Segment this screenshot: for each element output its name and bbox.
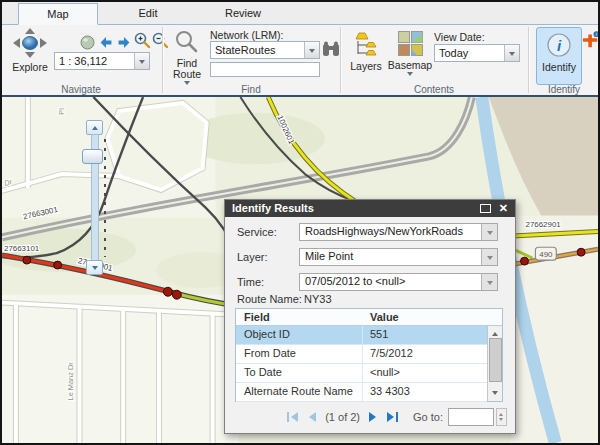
- tab-review[interactable]: Review: [198, 3, 288, 23]
- zoom-slider-ticks: [104, 139, 106, 257]
- cell-value: <null>: [370, 366, 400, 378]
- scroll-up-icon[interactable]: [492, 329, 498, 336]
- time-dropdown-arrow[interactable]: [481, 274, 497, 290]
- spinner-up-icon: [499, 411, 503, 416]
- view-date-value: Today: [435, 47, 504, 59]
- globe-icon: [80, 35, 95, 50]
- route-shield-number: 490: [539, 250, 553, 259]
- dialog-titlebar[interactable]: Identify Results ✕: [225, 200, 515, 217]
- route-name-label: Route Name:: [237, 293, 302, 305]
- map-viewport[interactable]: 490 27663001 27663101 27125001 27662901 …: [2, 95, 598, 445]
- view-date-combo[interactable]: Today: [434, 44, 520, 62]
- service-dropdown-arrow[interactable]: [481, 224, 497, 240]
- binoculars-icon: [322, 41, 340, 57]
- service-label: Service:: [237, 226, 277, 238]
- cell-field: From Date: [244, 347, 296, 359]
- goto-label: Go to:: [413, 411, 443, 423]
- table-row[interactable]: To Date <null>: [236, 364, 487, 383]
- basemap-label: Basemap: [386, 60, 434, 71]
- ribbon-tab-bar: Map Edit Review: [2, 2, 598, 25]
- goto-page-input[interactable]: [448, 408, 494, 426]
- pagination-bar: (1 of 2) Go to:: [225, 407, 507, 427]
- network-lrm-value: StateRoutes: [211, 44, 304, 56]
- table-row[interactable]: From Date 7/5/2012: [236, 345, 487, 364]
- network-lrm-combo[interactable]: StateRoutes: [210, 41, 320, 59]
- maximize-icon[interactable]: [480, 204, 491, 213]
- scrollbar-thumb[interactable]: [489, 338, 502, 382]
- application-window: Map Edit Review Explore: [0, 0, 600, 445]
- cell-field: To Date: [244, 366, 282, 378]
- last-page-button[interactable]: [386, 411, 399, 423]
- map-scale-dropdown-arrow[interactable]: [134, 53, 149, 69]
- value-column-header[interactable]: Value: [370, 311, 399, 323]
- map-scale-value: 1 : 36,112: [55, 55, 134, 67]
- route-id-label: 27663101: [4, 244, 40, 253]
- identify-group-label: Identify: [530, 84, 598, 95]
- next-extent-button[interactable]: [115, 33, 133, 51]
- basemap-tiles-icon: [398, 31, 423, 56]
- navigate-group-label: Navigate: [2, 84, 160, 95]
- full-extent-button[interactable]: [78, 33, 96, 51]
- layer-label: Layer:: [237, 251, 268, 263]
- dialog-title: Identify Results: [232, 202, 314, 214]
- layer-dropdown-arrow[interactable]: [481, 249, 497, 265]
- table-row[interactable]: Object ID 551: [236, 326, 487, 345]
- time-combo[interactable]: 07/05/2012 to <null>: [299, 273, 498, 291]
- cell-value: 7/5/2012: [370, 347, 413, 359]
- up-triangle-icon: [92, 123, 98, 130]
- tab-map[interactable]: Map: [18, 3, 98, 25]
- zoom-slider-up-button[interactable]: [86, 120, 103, 135]
- route-name-value: NY33: [304, 293, 332, 305]
- first-page-button[interactable]: [286, 411, 299, 423]
- basemap-button[interactable]: Basemap: [386, 31, 434, 79]
- goto-spinner[interactable]: [496, 408, 507, 426]
- scroll-down-icon[interactable]: [492, 391, 498, 398]
- ribbon: Explore: [2, 25, 598, 95]
- view-date-label: View Date:: [434, 31, 485, 43]
- find-group-label: Find: [164, 84, 338, 95]
- layers-button[interactable]: Layers: [348, 31, 384, 72]
- attributes-table: Field Value Object ID 551 From Date 7/5/…: [235, 308, 503, 402]
- previous-page-button[interactable]: [307, 411, 317, 423]
- layers-label: Layers: [348, 61, 384, 72]
- network-lrm-label: Network (LRM):: [210, 29, 284, 41]
- layers-toc-icon: [354, 31, 378, 57]
- previous-extent-button[interactable]: [97, 33, 115, 51]
- identify-button[interactable]: i Identify: [536, 27, 582, 85]
- cell-value: 33 4303: [370, 385, 410, 397]
- identify-route-button[interactable]: i: [582, 31, 600, 53]
- next-page-button[interactable]: [368, 411, 378, 423]
- search-routes-button[interactable]: [322, 40, 340, 58]
- explore-button[interactable]: Explore: [8, 28, 52, 73]
- identify-results-dialog: Identify Results ✕ Service: RoadsHighway…: [224, 199, 516, 434]
- explore-label: Explore: [8, 62, 52, 73]
- route-id-label: 27662901: [525, 221, 561, 230]
- find-route-button[interactable]: Find Route: [166, 30, 208, 88]
- basemap-dropdown-caret: [407, 72, 413, 79]
- cell-field: Alternate Route Name: [244, 385, 353, 397]
- contents-group-label: Contents: [342, 84, 526, 95]
- close-icon[interactable]: ✕: [499, 201, 508, 216]
- time-label: Time:: [237, 276, 264, 288]
- back-arrow-icon: [99, 36, 113, 49]
- map-scale-combo[interactable]: 1 : 36,112: [54, 52, 150, 70]
- identify-label: Identify: [537, 62, 581, 73]
- network-lrm-dropdown-arrow[interactable]: [304, 42, 319, 58]
- ribbon-group-find: Find Route Network (LRM): StateRoutes F: [164, 25, 338, 95]
- table-row[interactable]: Alternate Route Name 33 4303: [236, 383, 487, 402]
- service-combo[interactable]: RoadsHighways/NewYorkRoads: [299, 223, 498, 241]
- time-value: 07/05/2012 to <null>: [300, 274, 481, 290]
- zoom-slider-handle[interactable]: [82, 149, 103, 164]
- view-date-dropdown-arrow[interactable]: [504, 45, 519, 61]
- down-triangle-icon: [92, 266, 98, 273]
- field-column-header[interactable]: Field: [244, 311, 270, 323]
- route-search-input[interactable]: [210, 62, 320, 77]
- street-name-label: Pl: [57, 108, 66, 115]
- cell-value: 551: [370, 328, 388, 340]
- zoom-slider-down-button[interactable]: [86, 260, 103, 275]
- table-scrollbar[interactable]: [487, 326, 502, 401]
- layer-combo[interactable]: Mile Point: [299, 248, 498, 266]
- tab-edit[interactable]: Edit: [106, 3, 190, 23]
- ribbon-group-contents: Layers Basemap View Date: Today Con: [342, 25, 526, 95]
- zoom-in-button[interactable]: [133, 31, 151, 49]
